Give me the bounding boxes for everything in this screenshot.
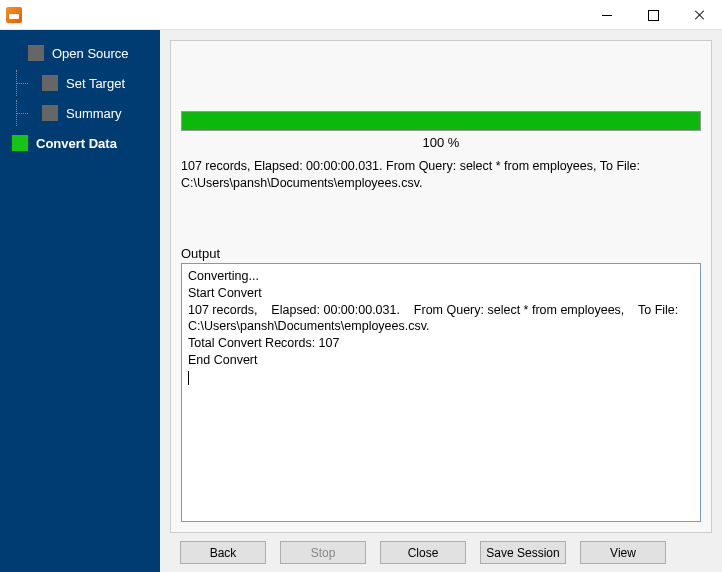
sidebar-item-label: Open Source [52,46,129,61]
progress-percent: 100 % [181,131,701,150]
step-box-icon [28,45,44,61]
back-button[interactable]: Back [180,541,266,564]
sidebar-item-label: Convert Data [36,136,117,151]
output-line: End Convert [188,353,257,367]
sidebar-item-set-target[interactable]: Set Target [6,70,160,96]
output-line: Converting... [188,269,259,283]
titlebar [0,0,722,30]
window-controls [584,0,722,29]
minimize-button[interactable] [584,0,630,29]
step-box-icon [42,105,58,121]
sidebar-item-open-source[interactable]: Open Source [6,40,160,66]
sidebar-item-summary[interactable]: Summary [6,100,160,126]
close-button[interactable]: Close [380,541,466,564]
sidebar: Open Source Set Target Summary Convert D… [0,30,160,572]
save-session-button[interactable]: Save Session [480,541,566,564]
app-icon [6,7,22,23]
step-box-icon [42,75,58,91]
maximize-button[interactable] [630,0,676,29]
status-text: 107 records, Elapsed: 00:00:00.031. From… [171,158,711,196]
sidebar-item-label: Set Target [66,76,125,91]
output-textbox[interactable]: Converting... Start Convert 107 records,… [181,263,701,522]
main-panel: 100 % 107 records, Elapsed: 00:00:00.031… [160,30,722,572]
close-window-button[interactable] [676,0,722,29]
progress-bar [181,111,701,131]
step-box-icon [12,135,28,151]
content-panel: 100 % 107 records, Elapsed: 00:00:00.031… [170,40,712,533]
stop-button: Stop [280,541,366,564]
view-button[interactable]: View [580,541,666,564]
sidebar-item-convert-data[interactable]: Convert Data [6,130,160,156]
output-line: Start Convert [188,286,262,300]
text-caret [188,371,189,385]
button-row: Back Stop Close Save Session View [170,533,712,564]
output-label: Output [171,196,711,263]
output-line: Total Convert Records: 107 [188,336,339,350]
sidebar-item-label: Summary [66,106,122,121]
output-line: 107 records, Elapsed: 00:00:00.031. From… [188,303,682,334]
